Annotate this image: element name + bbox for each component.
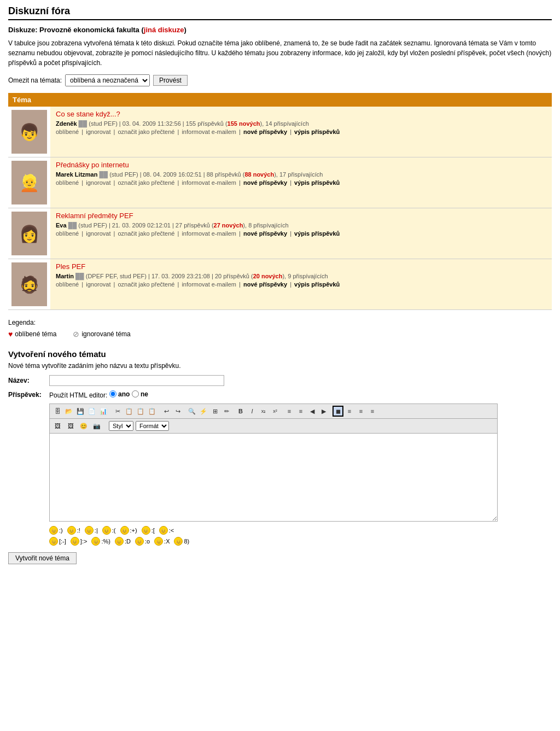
toolbar-btn-img[interactable]: 🖼: [52, 420, 63, 431]
page-title: Diskuzní fóra: [8, 5, 552, 20]
editor-textarea[interactable]: [50, 434, 497, 521]
action-označit-jako-přečtené-3[interactable]: označit jako přečtené: [118, 230, 174, 237]
topic-title-2[interactable]: Přednášky po internetu: [56, 161, 546, 169]
action-sep: |: [112, 281, 116, 288]
filter-button[interactable]: Provést: [153, 75, 188, 86]
submit-button[interactable]: Vytvořit nové téma: [8, 552, 77, 564]
action-označit-jako-přečtené-1[interactable]: označit jako přečtené: [118, 128, 174, 135]
toolbar-btn-ol[interactable]: ≡: [284, 406, 295, 417]
action-informovat-e-mailem-1[interactable]: informovat e-mailem: [182, 128, 236, 135]
style-select[interactable]: Styl: [109, 421, 133, 431]
new-topic-section: Vytvoření nového tématu Nové téma vytvoř…: [8, 349, 552, 564]
action-výpis-příspěvků-2[interactable]: výpis příspěvků: [294, 179, 340, 186]
action-nové-příspěvky-4[interactable]: nové příspěvky: [243, 281, 287, 288]
toolbar-btn-paste2[interactable]: 📋: [147, 406, 158, 417]
action-sep: |: [176, 230, 180, 237]
toolbar-btn-spell[interactable]: ⚡: [198, 406, 209, 417]
action-oblíbené-1[interactable]: oblíbené: [56, 128, 79, 135]
smiley-12[interactable]: 😊 :o: [135, 537, 150, 546]
action-informovat-e-mailem-3[interactable]: informovat e-mailem: [182, 230, 236, 237]
topic-title-1[interactable]: Co se stane když...?: [56, 110, 546, 118]
topic-title-3[interactable]: Reklamní předměty PEF: [56, 212, 546, 220]
toolbar-btn-table[interactable]: 📊: [98, 406, 109, 417]
toolbar-btn-redo[interactable]: ↪: [172, 406, 183, 417]
toolbar-btn-align-center[interactable]: ≡: [344, 406, 355, 417]
toolbar-btn-indent-right[interactable]: ▶: [318, 406, 329, 417]
toolbar-btn-find[interactable]: 🔍: [186, 406, 197, 417]
action-nové-příspěvky-3[interactable]: nové příspěvky: [243, 230, 287, 237]
toolbar-btn-align-right[interactable]: ≡: [355, 406, 366, 417]
toolbar-btn-save[interactable]: 💾: [75, 406, 86, 417]
action-oblíbené-4[interactable]: oblíbené: [56, 281, 79, 288]
toolbar-btn-sup[interactable]: x²: [270, 406, 281, 417]
toolbar-btn-link[interactable]: ✏: [221, 406, 232, 417]
action-informovat-e-mailem-2[interactable]: informovat e-mailem: [182, 179, 236, 186]
action-sep: |: [176, 179, 180, 186]
toolbar-btn-indent-left[interactable]: ◀: [307, 406, 318, 417]
toolbar-btn-cut[interactable]: ✂: [112, 406, 123, 417]
action-sep: |: [237, 230, 242, 237]
toolbar-btn-undo[interactable]: ↩: [161, 406, 172, 417]
smiley-14[interactable]: 😊 8): [174, 537, 189, 546]
toolbar-btn-align-justify[interactable]: ≡: [367, 406, 378, 417]
jina-diskuze-link[interactable]: jiná diskuze: [144, 26, 184, 34]
action-ignorovat-1[interactable]: ignorovat: [86, 128, 110, 135]
topic-meta-1: Zdeněk ██ (stud PEF) | 03. 04. 2009 11:3…: [56, 120, 546, 127]
smiley-7[interactable]: 😊 :<: [159, 526, 174, 535]
action-výpis-příspěvků-4[interactable]: výpis příspěvků: [294, 281, 340, 288]
smiley-1[interactable]: 😊 :): [49, 526, 63, 535]
toolbar-btn-paste[interactable]: 📋: [135, 406, 146, 417]
action-označit-jako-přečtené-2[interactable]: označit jako přečtené: [118, 179, 174, 186]
smiley-10[interactable]: 😊 :%): [91, 537, 110, 546]
topic-content-2: Přednášky po internetuMarek Litzman ██ (…: [50, 157, 552, 208]
action-výpis-příspěvků-1[interactable]: výpis příspěvků: [294, 128, 340, 135]
smiley-6[interactable]: 😊 :[: [142, 526, 155, 535]
topic-author-2: Marek Litzman: [56, 171, 97, 178]
toolbar-btn-bold[interactable]: B: [235, 406, 246, 417]
action-ignorovat-4[interactable]: ignorovat: [86, 281, 110, 288]
html-editor-ano-radio[interactable]: [109, 390, 116, 397]
action-ignorovat-2[interactable]: ignorovat: [86, 179, 110, 186]
action-informovat-e-mailem-4[interactable]: informovat e-mailem: [182, 281, 236, 288]
action-nové-příspěvky-1[interactable]: nové příspěvky: [243, 128, 287, 135]
smiley-2[interactable]: 😊 :!: [67, 526, 80, 535]
topic-actions-2: oblíbené | ignorovat | označit jako přeč…: [56, 179, 546, 186]
smiley-5[interactable]: 😊 :+): [120, 526, 137, 535]
toolbar-btn-sub[interactable]: x₂: [258, 406, 269, 417]
smiley-8[interactable]: 😊 [:-]: [49, 537, 66, 546]
nazev-input[interactable]: [49, 375, 224, 386]
new-topic-heading: Vytvoření nového tématu: [8, 349, 552, 359]
toolbar-btn-media[interactable]: 📷: [91, 420, 102, 431]
smiley-9[interactable]: 😊 ]:>: [71, 537, 88, 546]
smiley-13[interactable]: 😊 :X: [154, 537, 170, 546]
toolbar-btn-doc[interactable]: 📄: [86, 406, 97, 417]
toolbar-btn-copy[interactable]: 📋: [124, 406, 135, 417]
description-text: V tabulce jsou zobrazena vytvořená témat…: [8, 38, 552, 68]
topic-title-4[interactable]: Ples PEF: [56, 262, 546, 271]
action-ignorovat-3[interactable]: ignorovat: [86, 230, 110, 237]
smiley-11[interactable]: 😊 :D: [115, 537, 131, 546]
format-select[interactable]: Formát: [136, 421, 169, 431]
toolbar-btn-align-left[interactable]: ◼: [332, 406, 343, 417]
action-výpis-příspěvků-3[interactable]: výpis příspěvků: [294, 230, 340, 237]
action-oblíbené-3[interactable]: oblíbené: [56, 230, 79, 237]
toolbar-btn-ul[interactable]: ≡: [295, 406, 306, 417]
html-editor-ne-radio[interactable]: [132, 390, 139, 397]
smiley-3[interactable]: 😊 :|: [85, 526, 98, 535]
toolbar-btn-open[interactable]: 📂: [63, 406, 74, 417]
action-nové-příspěvky-2[interactable]: nové příspěvky: [243, 179, 287, 186]
smiley-code-2: :!: [77, 527, 80, 534]
toolbar-btn-grid[interactable]: ⊞: [209, 406, 220, 417]
action-oblíbené-2[interactable]: oblíbené: [56, 179, 79, 186]
smileys-section: 😊 :) 😊 :! 😊 :| 😊 :( 😊 :+) 😊 :[ 😊 :< 😊 [:…: [49, 526, 552, 546]
smiley-4[interactable]: 😊 :(: [102, 526, 116, 535]
toolbar-btn-new[interactable]: 🗄: [52, 406, 63, 417]
smiley-row-2: 😊 [:-] 😊 ]:> 😊 :%) 😊 :D 😊 :o 😊 :X 😊 8): [49, 537, 552, 546]
action-sep: |: [176, 128, 180, 135]
filter-select[interactable]: oblíbená a neoznačená všechna oblíbená i…: [65, 74, 150, 86]
action-označit-jako-přečtené-4[interactable]: označit jako přečtené: [118, 281, 174, 288]
toolbar-btn-img2[interactable]: 🖼: [65, 420, 76, 431]
toolbar-btn-italic[interactable]: I: [247, 406, 258, 417]
toolbar-btn-smiley[interactable]: 😊: [78, 420, 89, 431]
smiley-code-4: :(: [112, 527, 116, 534]
